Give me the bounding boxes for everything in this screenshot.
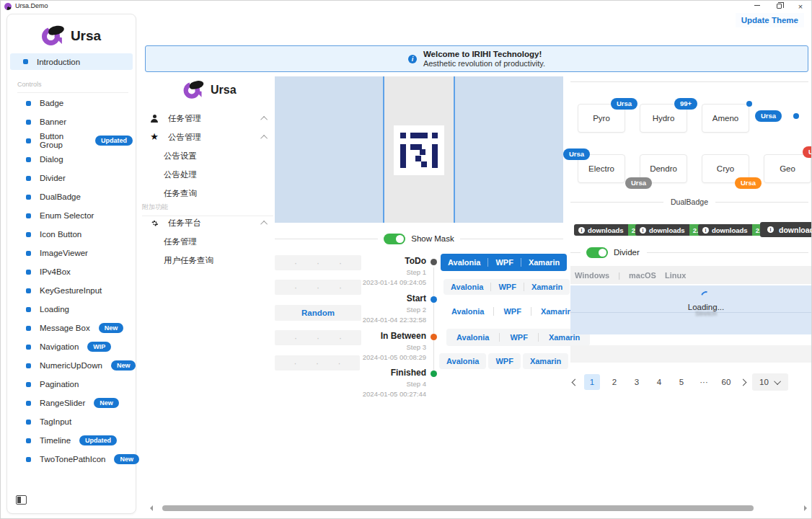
sidebar-item-dialog[interactable]: Dialog [10,150,133,169]
divider-label: Divider [614,248,640,257]
sidebar-item-introduction[interactable]: Introduction [10,53,133,70]
info-icon [578,227,585,234]
sidebar-item-imageviewer[interactable]: ImageViewer [10,244,133,262]
chevron-right-icon[interactable] [740,378,747,386]
menu-item-announcement-management[interactable]: 公告管理 [145,129,273,145]
button-group-chips: Avalonia WPF Xamarin [439,353,568,369]
bullet-icon [26,326,31,331]
divider-line [570,81,808,82]
page-button-4[interactable]: 4 [651,374,667,390]
sidebar-item-button-group[interactable]: Button GroupUpdated [10,131,133,150]
button-avalonia[interactable]: Avalonia [443,283,490,291]
page-size-select[interactable]: 10 [752,373,788,391]
divider-toggle[interactable] [586,247,608,258]
minimize-button[interactable] [746,1,768,12]
collapse-sidebar-icon[interactable] [16,495,27,505]
divider-line [570,252,581,253]
button-xamarin[interactable]: Xamarin [523,353,568,369]
button-wpf[interactable]: WPF [490,283,523,291]
button-wpf[interactable]: WPF [493,307,530,316]
timeline-dot-start [431,296,437,303]
sidebar-item-rangeslider[interactable]: RangeSliderNew [10,394,133,412]
menu-item-user-task-query[interactable]: 用户任务查询 [145,252,273,268]
button-wpf[interactable]: WPF [499,333,537,342]
sidebar-item-dualbadge[interactable]: DualBadge [10,187,133,206]
menu-item-announcement-handling[interactable]: 公告处理 [145,167,273,182]
tab-windows[interactable]: Windows [575,271,609,280]
menu-item-task-management[interactable]: 任务管理 [145,110,273,126]
sidebar-item-navigation[interactable]: NavigationWIP [10,337,133,356]
bullet-icon [23,59,28,64]
button-avalonia[interactable]: Avalonia [442,307,493,316]
badge-card-ameno: Ameno [702,104,749,133]
close-button[interactable] [790,1,811,12]
bullet-icon [26,101,31,106]
maximize-icon [777,4,782,9]
menu-item-task-platform[interactable]: 任务平台 [145,215,273,231]
loading-text: Loading... [570,303,812,311]
page-button-3[interactable]: 3 [629,374,645,390]
menu-item-task-management-child[interactable]: 任务管理 [145,234,273,249]
info-icon [640,227,646,234]
tab-macos[interactable]: macOS [629,271,656,280]
tab-linux[interactable]: Linux [665,271,686,280]
menu-item-announcement-settings[interactable]: 公告设置 [145,148,273,164]
sidebar-logo: Ursa [7,22,136,50]
sidebar-item-loading[interactable]: Loading [10,300,133,319]
scroll-left-arrow[interactable] [147,505,153,511]
sidebar-item-taginput[interactable]: TagInput [10,412,133,431]
sidebar-item-banner[interactable]: Banner [10,112,133,131]
sidebar: Ursa Introduction Controls Badge Banner … [6,14,136,514]
sidebar-item-divider[interactable]: Divider [10,169,133,187]
dualbadge-divider: DualBadge [570,197,808,207]
button-xamarin[interactable]: Xamarin [524,283,570,291]
bullet-icon [26,345,31,350]
button-wpf[interactable]: WPF [488,353,520,369]
button-avalonia[interactable]: Avalonia [441,258,487,267]
status-badge: New [94,398,119,408]
sidebar-item-enum-selector[interactable]: Enum Selector [10,206,133,225]
badge-dot-blue [746,101,752,107]
sidebar-item-ipv4box[interactable]: IPv4Box [10,262,133,281]
chevron-down-icon [774,378,781,385]
badge-ursa-blue: Ursa [563,148,590,160]
button-group-light: Avalonia WPF Xamarin [443,279,570,295]
sidebar-item-pagination[interactable]: Pagination [10,375,133,394]
button-wpf[interactable]: WPF [487,258,520,267]
sidebar-item-numericupdown[interactable]: NumericUpDownNew [10,356,133,375]
sidebar-item-badge[interactable]: Badge [10,94,133,112]
menu-item-task-query[interactable]: 任务查询 [145,185,273,201]
welcome-banner: Welcome to IRIHI Technology! Aesthetic r… [145,45,808,72]
update-theme-button[interactable]: Update Theme [736,13,804,27]
badge-ursa-red: Ursa [803,146,812,158]
pagination: 1 2 3 4 5 ··· 60 10 [573,373,788,391]
page-button-2[interactable]: 2 [606,374,622,390]
window-title: Ursa.Demo [15,2,48,9]
page-ellipsis[interactable]: ··· [696,374,712,390]
bullet-icon [26,176,31,181]
sidebar-item-timeline[interactable]: TimelineUpdated [10,431,133,450]
image-viewer[interactable] [275,76,563,223]
sidebar-item-message-box[interactable]: Message BoxNew [10,319,133,337]
button-xamarin[interactable]: Xamarin [521,258,567,267]
bullet-icon [26,270,31,275]
sidebar-item-icon-button[interactable]: Icon Button [10,225,133,244]
horizontal-scrollbar[interactable] [162,505,754,511]
scroll-right-arrow[interactable] [804,505,810,511]
timeline-dot-todo [431,259,437,265]
demo-menu-logo: Ursa [182,80,237,100]
maximize-button[interactable] [768,1,790,12]
divider-line [460,239,563,239]
button-avalonia[interactable]: Avalonia [446,333,499,342]
show-mask-toggle[interactable] [384,234,405,244]
sidebar-item-twotonepathicon[interactable]: TwoTonePathIconNew [10,450,133,469]
chevron-left-icon[interactable] [572,378,579,386]
divider-demo: Divider [570,247,808,258]
page-button-60[interactable]: 60 [718,374,734,390]
page-button-5[interactable]: 5 [674,374,689,390]
sidebar-item-keygestureinput[interactable]: KeyGestureInput [10,281,133,300]
bullet-icon [26,457,31,462]
button-avalonia[interactable]: Avalonia [439,353,486,369]
bullet-icon [26,401,31,406]
page-button-1[interactable]: 1 [584,374,600,390]
